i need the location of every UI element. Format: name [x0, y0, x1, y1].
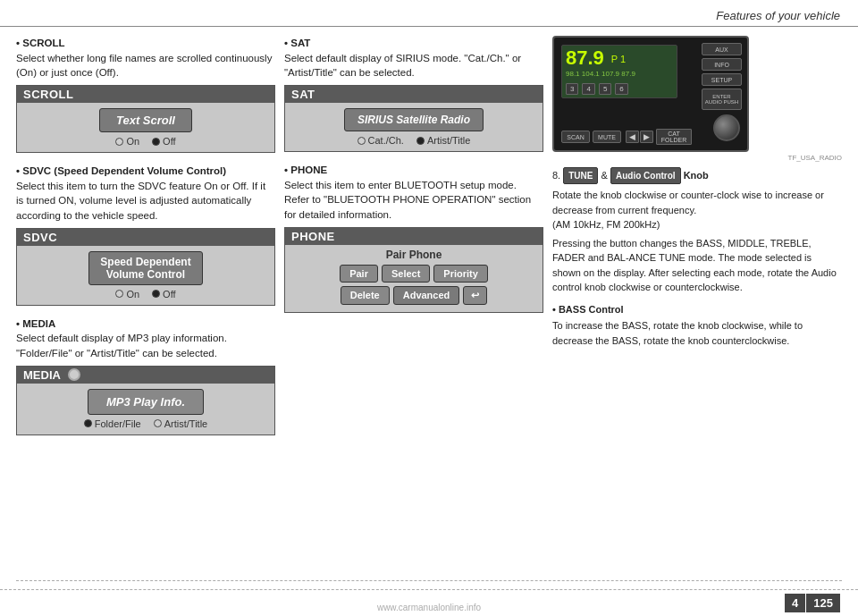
sat-artist-circle — [416, 137, 425, 145]
sdvc-panel: SDVC Speed Dependent Volume Control On O… — [16, 228, 275, 306]
scroll-description: Select whether long file names are scrol… — [16, 53, 272, 79]
back-button[interactable]: ↩ — [463, 286, 487, 305]
phone-panel-body: Pair Phone Pair Select Priority Delete A… — [285, 245, 543, 312]
scroll-on-circle — [115, 138, 123, 146]
scroll-on-option[interactable]: On — [115, 136, 139, 147]
num4-button[interactable]: 4 — [582, 83, 594, 95]
text-scroll-button[interactable]: Text Scroll — [99, 108, 192, 132]
media-label: • MEDIA — [16, 318, 55, 329]
middle-column: • SAT Select default display of SIRIUS m… — [284, 36, 543, 580]
sat-cat-circle — [358, 137, 366, 145]
pi-label: P 1 — [611, 54, 626, 64]
tune-knob[interactable] — [713, 114, 740, 141]
sdvc-on-circle — [115, 290, 123, 298]
sat-artist-option[interactable]: Artist/Title — [416, 135, 471, 146]
sdvc-radio-row: On Off — [115, 289, 175, 300]
phone-pair-title: Pair Phone — [290, 249, 537, 261]
phone-panel: PHONE Pair Phone Pair Select Priority De… — [284, 227, 543, 313]
scroll-off-label: Off — [163, 136, 175, 147]
bass-label: • BASS Control — [552, 302, 842, 317]
left-column: • SCROLL Select whether long file names … — [16, 36, 275, 580]
scan-button[interactable]: SCAN — [561, 131, 590, 143]
scroll-off-option[interactable]: Off — [152, 136, 175, 147]
phone-top-buttons: Pair Select Priority — [290, 265, 537, 283]
mp3-button[interactable]: MP3 Play Info. — [88, 389, 204, 415]
sirius-button[interactable]: SIRIUS Satellite Radio — [344, 108, 484, 131]
phone-section: • PHONE Select this item to enter BLUETO… — [284, 163, 543, 223]
scroll-panel: SCROLL Text Scroll On Off — [16, 85, 275, 153]
aux-button[interactable]: AUX — [702, 43, 742, 55]
knob-label: Knob — [684, 170, 709, 181]
section-8-para1: Rotate the knob clockwise or counter-clo… — [552, 188, 842, 232]
cd-icon — [68, 368, 80, 381]
section-8-para2: Pressing the button changes the BASS, MI… — [552, 236, 842, 295]
prev-button[interactable]: ◀ — [626, 131, 639, 143]
sat-panel: SAT SIRIUS Satellite Radio Cat./Ch. Arti… — [284, 85, 543, 152]
sat-artist-label: Artist/Title — [427, 135, 471, 146]
tune-badge: TUNE — [563, 167, 598, 184]
sdvc-button[interactable]: Speed Dependent Volume Control — [88, 251, 202, 285]
sdvc-off-circle — [152, 290, 160, 298]
num3-button[interactable]: 3 — [566, 83, 578, 95]
right-column: 87.9 P 1 98.1 104.1 107.9 87.9 3 4 5 6 A… — [552, 36, 842, 580]
para1b-text: (AM 10kHz, FM 200kHz) — [552, 219, 660, 230]
bass-desc: To increase the BASS, rotate the knob cl… — [552, 318, 842, 348]
sat-section: • SAT Select default display of SIRIUS m… — [284, 36, 543, 80]
media-panel: MEDIA MP3 Play Info. Folder/File Artist/… — [16, 366, 275, 435]
watermark: www.carmanualonline.info — [377, 603, 481, 612]
sat-radio-row: Cat./Ch. Artist/Title — [358, 135, 471, 146]
sdvc-label: • SDVC (Speed Dependent Volume Control) — [16, 165, 226, 176]
section-8-heading: 8. TUNE & Audio Control Knob — [552, 167, 842, 184]
sat-cat-label: Cat./Ch. — [368, 135, 404, 146]
select-button[interactable]: Select — [382, 265, 430, 283]
media-folder-circle — [84, 419, 92, 427]
audio-push-label: AUDIO PUSH — [705, 99, 738, 105]
amp-text: & — [601, 170, 610, 181]
num6-button[interactable]: 6 — [615, 83, 627, 95]
num5-button[interactable]: 5 — [599, 83, 611, 95]
enter-audio-button[interactable]: ENTER AUDIO PUSH — [702, 89, 742, 110]
main-content: • SCROLL Select whether long file names … — [0, 27, 858, 580]
media-artist-option[interactable]: Artist/Title — [154, 418, 208, 429]
page-number: 4 125 — [785, 594, 840, 612]
page-title: Features of your vehicle — [716, 9, 840, 22]
radio-bottom-buttons: SCAN MUTE ◀ ▶ CAT FOLDER — [561, 129, 692, 145]
media-folder-option[interactable]: Folder/File — [84, 418, 141, 429]
cat-folder-button[interactable]: CAT FOLDER — [656, 129, 692, 145]
radio-image: 87.9 P 1 98.1 104.1 107.9 87.9 3 4 5 6 A… — [552, 36, 749, 152]
sat-cat-option[interactable]: Cat./Ch. — [358, 135, 404, 146]
sdvc-panel-header: SDVC — [17, 229, 274, 246]
delete-button[interactable]: Delete — [341, 286, 390, 305]
bass-label-text: • BASS Control — [552, 304, 624, 315]
priority-button[interactable]: Priority — [433, 265, 488, 283]
pair-button[interactable]: Pair — [340, 265, 378, 283]
scroll-on-label: On — [126, 136, 139, 147]
sdvc-line2: Volume Control — [100, 268, 190, 281]
freq-sub: 98.1 104.1 107.9 87.9 — [566, 70, 673, 78]
media-panel-header: MEDIA — [17, 367, 274, 384]
phone-label: • PHONE — [284, 165, 327, 175]
phone-description: Select this item to enter BLUETOOTH setu… — [284, 180, 531, 220]
sdvc-on-option[interactable]: On — [115, 289, 139, 300]
mute-button[interactable]: MUTE — [593, 131, 621, 143]
media-artist-label: Artist/Title — [164, 418, 208, 429]
section-8: 8. TUNE & Audio Control Knob Rotate the … — [552, 167, 842, 348]
next-button[interactable]: ▶ — [640, 131, 653, 143]
frequency-display: 87.9 — [566, 48, 604, 68]
page-num-right: 125 — [806, 594, 840, 612]
sdvc-off-label: Off — [163, 289, 175, 300]
info-button[interactable]: INFO — [702, 58, 742, 71]
scroll-label: • SCROLL — [16, 38, 65, 48]
sdvc-line1: Speed Dependent — [100, 256, 190, 268]
phone-panel-header: PHONE — [285, 228, 543, 245]
sdvc-on-label: On — [126, 289, 139, 300]
para1-text: Rotate the knob clockwise or counter-clo… — [552, 190, 824, 215]
section-num: 8. — [552, 170, 560, 181]
radio-right-buttons: AUX INFO SETUP ENTER AUDIO PUSH — [702, 43, 742, 110]
media-section: • MEDIA Select default display of MP3 pl… — [16, 316, 275, 361]
sdvc-off-option[interactable]: Off — [152, 289, 175, 300]
scroll-radio-row: On Off — [115, 136, 175, 147]
scroll-panel-body: Text Scroll On Off — [17, 103, 274, 152]
setup-button[interactable]: SETUP — [702, 73, 742, 86]
advanced-button[interactable]: Advanced — [393, 286, 460, 305]
